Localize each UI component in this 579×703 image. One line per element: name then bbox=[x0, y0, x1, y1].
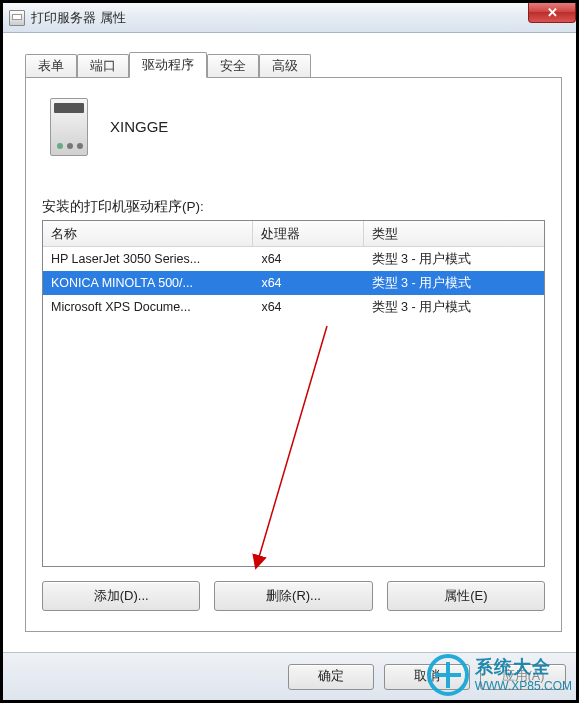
col-type[interactable]: 类型 bbox=[364, 221, 544, 246]
table-row[interactable]: HP LaserJet 3050 Series...x64类型 3 - 用户模式 bbox=[43, 247, 544, 271]
printer-icon bbox=[9, 10, 25, 26]
properties-button[interactable]: 属性(E) bbox=[387, 581, 545, 611]
titlebar[interactable]: 打印服务器 属性 ✕ bbox=[3, 3, 576, 33]
drivers-rows: HP LaserJet 3050 Series...x64类型 3 - 用户模式… bbox=[43, 247, 544, 319]
cell-name: KONICA MINOLTA 500/... bbox=[43, 276, 253, 290]
watermark-title: 系统大全 bbox=[475, 657, 572, 679]
cell-type: 类型 3 - 用户模式 bbox=[364, 299, 544, 316]
tab-drivers[interactable]: 驱动程序 bbox=[129, 52, 207, 78]
drivers-list[interactable]: 名称 处理器 类型 HP LaserJet 3050 Series...x64类… bbox=[42, 220, 545, 567]
client-area: 表单 端口 驱动程序 安全 高级 XINGGE 安装的打印机驱动程序(P): 名… bbox=[11, 37, 576, 642]
ok-button[interactable]: 确定 bbox=[288, 664, 374, 690]
remove-button[interactable]: 删除(R)... bbox=[214, 581, 372, 611]
drivers-header: 名称 处理器 类型 bbox=[43, 221, 544, 247]
watermark-text: 系统大全 WWW.XP85.COM bbox=[475, 657, 572, 693]
watermark-logo-icon bbox=[427, 654, 469, 696]
col-name[interactable]: 名称 bbox=[43, 221, 253, 246]
tab-ports[interactable]: 端口 bbox=[77, 54, 129, 78]
cell-processor: x64 bbox=[253, 276, 363, 290]
close-button[interactable]: ✕ bbox=[528, 3, 576, 23]
cell-processor: x64 bbox=[253, 300, 363, 314]
tab-forms[interactable]: 表单 bbox=[25, 54, 77, 78]
drivers-label: 安装的打印机驱动程序(P): bbox=[42, 198, 204, 216]
watermark: 系统大全 WWW.XP85.COM bbox=[427, 654, 572, 696]
tab-advanced[interactable]: 高级 bbox=[259, 54, 311, 78]
drivers-buttons: 添加(D)... 删除(R)... 属性(E) bbox=[42, 581, 545, 615]
cell-type: 类型 3 - 用户模式 bbox=[364, 251, 544, 268]
close-icon: ✕ bbox=[547, 5, 558, 20]
print-server-properties-window: 打印服务器 属性 ✕ 表单 端口 驱动程序 安全 高级 XINGGE 安装的打印… bbox=[0, 0, 579, 703]
cell-processor: x64 bbox=[253, 252, 363, 266]
table-row[interactable]: Microsoft XPS Docume...x64类型 3 - 用户模式 bbox=[43, 295, 544, 319]
drivers-panel: XINGGE 安装的打印机驱动程序(P): 名称 处理器 类型 HP Laser… bbox=[25, 77, 562, 632]
watermark-url: WWW.XP85.COM bbox=[475, 679, 572, 693]
window-title: 打印服务器 属性 bbox=[31, 9, 126, 27]
add-button[interactable]: 添加(D)... bbox=[42, 581, 200, 611]
cell-name: HP LaserJet 3050 Series... bbox=[43, 252, 253, 266]
cell-name: Microsoft XPS Docume... bbox=[43, 300, 253, 314]
col-processor[interactable]: 处理器 bbox=[253, 221, 363, 246]
tabstrip: 表单 端口 驱动程序 安全 高级 bbox=[25, 51, 576, 77]
table-row[interactable]: KONICA MINOLTA 500/...x64类型 3 - 用户模式 bbox=[43, 271, 544, 295]
cell-type: 类型 3 - 用户模式 bbox=[364, 275, 544, 292]
server-icon bbox=[50, 98, 88, 156]
tab-security[interactable]: 安全 bbox=[207, 54, 259, 78]
server-name: XINGGE bbox=[110, 118, 168, 135]
